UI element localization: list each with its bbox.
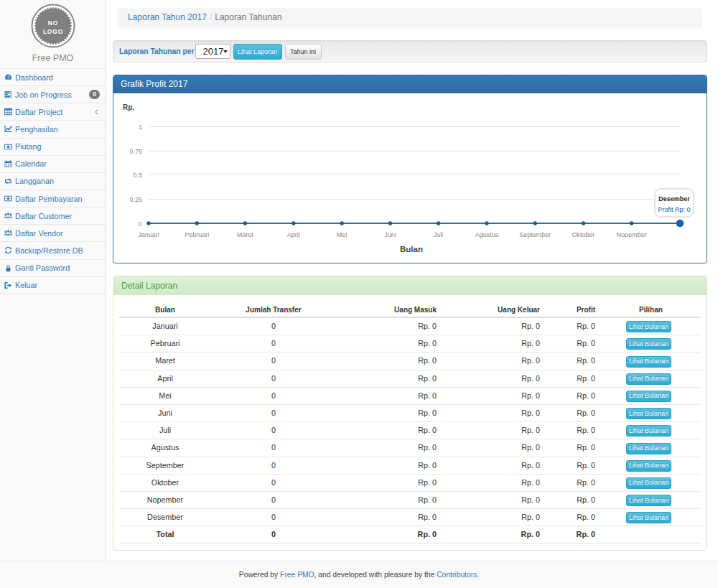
svg-text:Nopember: Nopember — [617, 231, 647, 238]
svg-text:Mei: Mei — [337, 231, 348, 238]
svg-text:Desember: Desember — [658, 195, 690, 202]
svg-text:0.25: 0.25 — [129, 196, 142, 203]
svg-text:Maret: Maret — [237, 231, 254, 238]
svg-text:1: 1 — [139, 123, 142, 131]
svg-text:Januari: Januari — [138, 231, 159, 238]
svg-text:Juli: Juli — [434, 231, 444, 238]
svg-text:Pebruari: Pebruari — [185, 231, 209, 238]
svg-text:0: 0 — [139, 220, 142, 228]
svg-text:NO: NO — [47, 19, 57, 27]
svg-text:September: September — [519, 231, 551, 238]
svg-text:0.5: 0.5 — [133, 172, 142, 179]
svg-text:0.75: 0.75 — [129, 148, 142, 155]
svg-text:Oktober: Oktober — [572, 231, 595, 238]
svg-text:Rp.: Rp. — [123, 103, 134, 111]
svg-text:April: April — [287, 231, 300, 238]
svg-text:Bulan: Bulan — [400, 245, 423, 253]
svg-text:Agustus: Agustus — [475, 231, 499, 238]
svg-text:Profit Rp: 0: Profit Rp: 0 — [658, 206, 690, 213]
svg-text:Juni: Juni — [384, 231, 396, 238]
svg-text:LOGO: LOGO — [42, 28, 62, 35]
